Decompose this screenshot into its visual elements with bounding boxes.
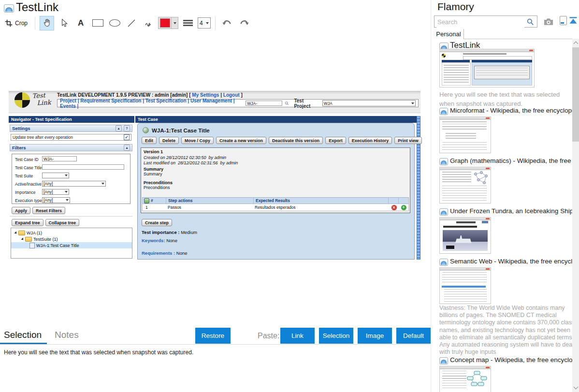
filter-importance-select: [Any] — [42, 189, 69, 195]
caret-icon — [21, 237, 24, 241]
snapshot-thumbnail[interactable] — [439, 217, 491, 254]
importance-row: Test importance : Medium — [142, 230, 197, 235]
stroke-style-button[interactable] — [181, 16, 195, 30]
search-input[interactable] — [436, 16, 524, 28]
settings-header: Settings ▲ ? — [10, 125, 132, 132]
collapse-button: ▲ — [124, 145, 130, 151]
filters-header: Filters ▲ — [10, 144, 132, 151]
thumb-decor — [472, 62, 532, 86]
testlink-logo — [14, 92, 30, 108]
sidebar-scrollbar[interactable] — [572, 39, 579, 392]
testlink-nav-links: Project | Requirement Specification | Te… — [60, 98, 243, 109]
thumb-decor — [442, 142, 487, 151]
edit-button: Edit — [142, 137, 157, 144]
export-button: Export — [325, 137, 346, 144]
snapshot-title[interactable]: Concept map - Wikipedia, the free encycl… — [450, 356, 579, 363]
chevron-up-icon — [574, 42, 579, 46]
line-tool[interactable] — [124, 16, 139, 30]
tab-strip-line — [464, 39, 579, 39]
rectangle-tool[interactable] — [90, 16, 105, 30]
snapshot-title[interactable]: Microformat - Wikipedia, the free encycl… — [450, 107, 579, 114]
snapshot-icon — [4, 4, 14, 13]
thumb-decor — [482, 221, 488, 223]
page-title: TestLink — [16, 0, 58, 14]
scroll-up-button[interactable] — [572, 39, 579, 47]
scroll-down-button[interactable] — [572, 384, 579, 392]
testlink-search-input: WJA- — [246, 101, 282, 106]
thumb-decor — [442, 172, 471, 183]
selection-text: Here you will see the text that was sele… — [4, 349, 193, 356]
test-spec-tree: WJA (1) TestSuite (1) WJA-1:Test Case Ti… — [11, 228, 132, 259]
search-icon — [285, 101, 289, 106]
snapshot-thumbnail[interactable] — [439, 366, 491, 392]
thumb-decor — [446, 133, 476, 140]
logout-link: Logout — [223, 92, 240, 98]
step-row: 1 Passos Resultados esperados ✕ + — [142, 204, 409, 211]
thumb-decor — [442, 62, 471, 86]
chevron-down-icon — [101, 183, 104, 185]
testcase-icon — [29, 243, 35, 248]
color-picker[interactable] — [158, 17, 178, 29]
preconditions-header: Preconditions — [144, 180, 407, 185]
paste-selection-button[interactable]: Selection — [319, 328, 353, 344]
snapshot-thumbnail[interactable] — [439, 267, 491, 304]
summary-text: Summary — [144, 172, 407, 176]
thumb-decor — [456, 221, 476, 223]
paste-default-button[interactable]: Default — [396, 328, 431, 344]
editor-toolbar: Crop A 4 — [2, 15, 251, 31]
collapse-button: ▲ — [116, 125, 122, 131]
select-tool[interactable] — [57, 16, 71, 30]
version-label: Version 1 — [144, 149, 407, 154]
create-step-button: Create step — [142, 219, 172, 226]
text-tool[interactable]: A — [73, 16, 88, 30]
undo-button[interactable] — [220, 16, 234, 30]
paste-image-button[interactable]: Image — [358, 328, 392, 344]
filter-test-case-title-input — [42, 164, 124, 170]
thumb-decor — [440, 268, 491, 271]
expected-results-header: Expected Results — [254, 198, 388, 203]
hand-tool[interactable] — [40, 16, 54, 30]
flamory-window: TestLink Crop A — [0, 0, 579, 392]
note-icon[interactable] — [560, 16, 567, 25]
chevron-down-icon — [65, 191, 68, 193]
screenshot-canvas[interactable]: Test Link TestLink DEVELOPMENT 1.9.5 PRE… — [9, 91, 420, 260]
navigator-panel: Settings ▲ ? Update tree after every ope… — [9, 123, 134, 260]
toolbar-separator — [215, 17, 216, 29]
stroke-width-select[interactable]: 4 — [198, 17, 211, 29]
filter-active-inactive-select: [Any] — [42, 181, 106, 187]
snapshot-title[interactable]: Under Frozen Tundra, an Icebreaking Ship… — [450, 207, 579, 215]
add-step-icon: + — [401, 205, 406, 210]
crop-button[interactable]: Crop — [2, 19, 30, 27]
scroll-thumb[interactable] — [572, 47, 579, 142]
divider — [10, 216, 132, 217]
divider — [0, 344, 430, 345]
freehand-tool[interactable] — [141, 16, 156, 30]
snapshot-thumbnail[interactable] — [439, 116, 491, 153]
tree-item-testcase: WJA-1:Test Case Title — [11, 242, 132, 248]
test-project-label: Test Project — [294, 98, 319, 109]
search-icon[interactable] — [527, 18, 534, 26]
delete-step-icon: ✕ — [391, 205, 397, 210]
flamory-tray-icon[interactable] — [568, 15, 578, 25]
ellipse-tool[interactable] — [107, 16, 122, 30]
color-dropdown[interactable] — [171, 17, 178, 29]
filter-test-case-id-input: WJA- — [42, 156, 77, 161]
restore-button[interactable]: Restore — [195, 328, 231, 344]
snapshot-title[interactable]: Semantic Web - Wikipedia, the free encyc… — [450, 258, 579, 265]
snapshot-thumbnail[interactable] — [439, 49, 535, 87]
redo-button[interactable] — [237, 16, 251, 30]
checkbox: ✓ — [124, 134, 130, 140]
keywords-row: Keywords: None — [142, 238, 177, 243]
camera-icon[interactable] — [544, 18, 553, 26]
snapshot-thumbnail[interactable] — [439, 167, 491, 203]
tab-personal[interactable]: Personal — [434, 29, 464, 39]
steps-table-header: # Step actions Expected Results — [142, 197, 409, 204]
snapshot-title[interactable]: Graph (mathematics) - Wikipedia, the fre… — [450, 157, 579, 164]
folder-icon — [25, 237, 32, 242]
freehand-icon — [144, 18, 153, 28]
color-swatch — [160, 18, 170, 28]
tab-selection[interactable]: Selection — [4, 330, 42, 340]
tab-notes[interactable]: Notes — [55, 330, 79, 340]
snapshot-icon — [439, 357, 448, 364]
paste-link-button[interactable]: Link — [280, 328, 315, 344]
